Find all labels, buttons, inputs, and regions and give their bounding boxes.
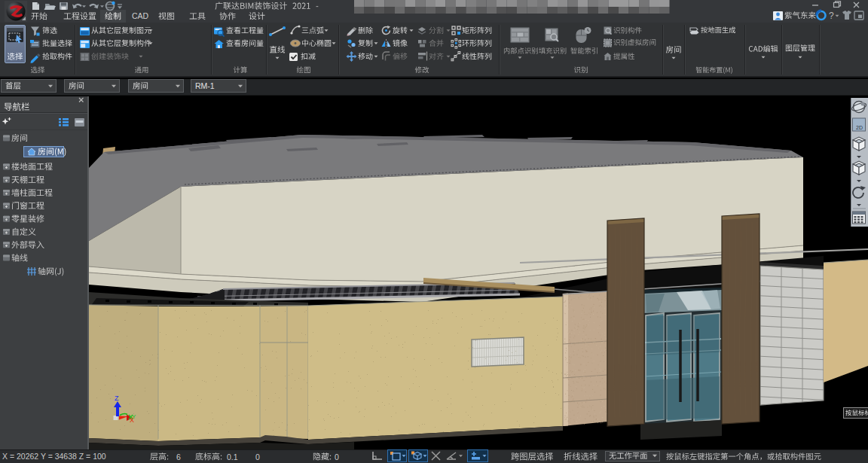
- svg-text:RM-1: RM-1: [195, 81, 215, 90]
- svg-text:6: 6: [176, 452, 181, 461]
- svg-text:Z: Z: [115, 394, 119, 402]
- svg-text:Y: Y: [132, 413, 136, 420]
- svg-text:X = 20262 Y = 34638 Z = 100: X = 20262 Y = 34638 Z = 100: [2, 452, 106, 461]
- svg-text:0.1: 0.1: [227, 452, 238, 461]
- svg-text:0: 0: [255, 452, 260, 461]
- svg-text:0: 0: [335, 452, 339, 461]
- svg-text:?: ?: [829, 11, 834, 21]
- svg-text:CAD: CAD: [132, 11, 149, 20]
